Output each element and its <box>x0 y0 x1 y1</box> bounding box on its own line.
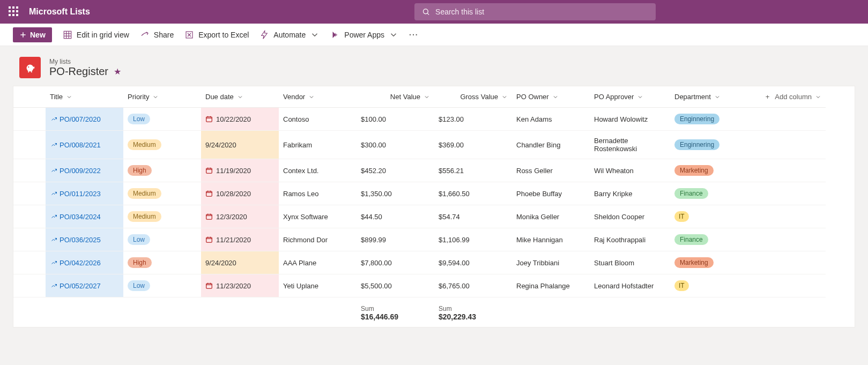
chevron-down-icon <box>424 94 430 100</box>
col-priority[interactable]: Priority <box>123 86 201 108</box>
list-icon <box>19 57 41 78</box>
row-selector[interactable] <box>13 228 46 251</box>
automate-icon <box>259 30 269 40</box>
net-sum: Sum$16,446.69 <box>357 297 434 327</box>
net-cell: $5,500.00 <box>357 274 434 297</box>
row-selector[interactable] <box>13 182 46 205</box>
share-label: Share <box>154 31 174 39</box>
trend-icon <box>51 259 57 266</box>
powerapps-button[interactable]: Power Apps <box>330 30 398 40</box>
net-cell: $44.50 <box>357 205 434 228</box>
dept-cell: Finance <box>670 228 748 251</box>
dept-pill: Marketing <box>674 165 714 176</box>
share-button[interactable]: Share <box>140 30 174 40</box>
calendar-warning-icon <box>205 282 213 289</box>
trend-icon <box>51 213 57 220</box>
table: Title Priority Due date Vendor Net Value… <box>13 86 855 327</box>
col-gross[interactable]: Gross Value <box>434 86 512 108</box>
row-selector[interactable] <box>13 131 46 159</box>
list-header: My lists PO-Register ★ <box>0 46 868 86</box>
dept-pill: IT <box>674 211 689 222</box>
row-selector[interactable] <box>13 205 46 228</box>
priority-pill: High <box>128 165 152 176</box>
due-cell: 12/3/2020 <box>201 205 279 228</box>
title-link[interactable]: PO/008/2021 <box>46 131 123 159</box>
gross-cell: $1,660.50 <box>434 182 512 205</box>
svg-rect-12 <box>28 71 29 72</box>
calendar-warning-icon <box>205 167 213 174</box>
trend-icon <box>51 167 57 174</box>
chevron-down-icon <box>152 94 159 100</box>
vendor-cell: Contoso <box>279 108 357 131</box>
chevron-down-icon <box>714 94 721 100</box>
col-vendor[interactable]: Vendor <box>279 86 357 108</box>
powerapps-label: Power Apps <box>344 31 384 39</box>
row-selector[interactable] <box>13 159 46 182</box>
col-approver[interactable]: PO Approver <box>590 86 670 108</box>
col-title[interactable]: Title <box>46 86 123 108</box>
search-box[interactable] <box>414 3 656 20</box>
gross-sum: Sum$20,229.43 <box>434 297 512 327</box>
dept-pill: Marketing <box>674 257 714 268</box>
row-selector[interactable] <box>13 108 46 131</box>
title-link[interactable]: PO/034/2024 <box>46 205 123 228</box>
priority-cell: High <box>123 251 201 274</box>
title-link[interactable]: PO/042/2026 <box>46 251 123 274</box>
dept-cell: Enginnering <box>670 131 748 159</box>
col-owner[interactable]: PO Owner <box>512 86 590 108</box>
dept-pill: Enginnering <box>674 114 719 124</box>
col-due[interactable]: Due date <box>201 86 279 108</box>
export-button[interactable]: Export to Excel <box>184 30 249 40</box>
new-button[interactable]: New <box>13 27 52 42</box>
empty-cell <box>748 182 826 205</box>
gross-cell: $369.00 <box>434 131 512 159</box>
svg-rect-4 <box>64 31 71 39</box>
col-add[interactable]: +Add column <box>748 86 826 108</box>
plus-icon <box>19 31 27 39</box>
row-selector[interactable] <box>13 274 46 297</box>
due-cell: 10/28/2020 <box>201 182 279 205</box>
empty-cell <box>748 251 826 274</box>
title-link[interactable]: PO/052/2027 <box>46 274 123 297</box>
due-cell: 11/19/2020 <box>201 159 279 182</box>
favorite-star-icon[interactable]: ★ <box>114 66 121 77</box>
trend-icon <box>51 236 57 243</box>
title-link[interactable]: PO/009/2022 <box>46 159 123 182</box>
priority-pill: Medium <box>128 211 161 222</box>
svg-rect-14 <box>206 117 212 122</box>
dept-cell: Enginnering <box>670 108 748 131</box>
chevron-down-icon <box>310 30 320 40</box>
net-cell: $7,800.00 <box>357 251 434 274</box>
chevron-down-icon <box>501 94 508 100</box>
row-selector[interactable] <box>13 251 46 274</box>
waffle-menu-icon[interactable] <box>9 6 19 17</box>
chevron-down-icon <box>389 30 398 40</box>
svg-point-0 <box>424 9 428 14</box>
approver-cell: Sheldon Cooper <box>590 205 670 228</box>
app-title: Microsoft Lists <box>29 7 90 17</box>
dept-pill: Finance <box>674 188 708 199</box>
title-link[interactable]: PO/036/2025 <box>46 228 123 251</box>
col-selector[interactable] <box>13 86 46 108</box>
app-header: Microsoft Lists <box>0 0 868 24</box>
vendor-cell: Fabrikam <box>279 131 357 159</box>
col-dept[interactable]: Department <box>670 86 748 108</box>
dept-pill: Enginnering <box>674 139 719 150</box>
grid-icon <box>63 30 72 40</box>
powerapps-icon <box>330 30 340 40</box>
priority-cell: Low <box>123 228 201 251</box>
net-cell: $899.99 <box>357 228 434 251</box>
trend-icon <box>51 282 57 289</box>
col-net[interactable]: Net Value <box>357 86 434 108</box>
title-link[interactable]: PO/007/2020 <box>46 108 123 131</box>
search-input[interactable] <box>435 8 648 16</box>
grid-view-button[interactable]: Edit in grid view <box>63 30 129 40</box>
breadcrumb[interactable]: My lists <box>49 58 121 65</box>
priority-pill: Medium <box>128 188 161 199</box>
owner-cell: Joey Tribbiani <box>512 251 590 274</box>
more-button[interactable]: ··· <box>409 31 419 39</box>
svg-rect-13 <box>31 71 32 72</box>
automate-button[interactable]: Automate <box>259 30 320 40</box>
title-link[interactable]: PO/011/2023 <box>46 182 123 205</box>
empty-cell <box>748 274 826 297</box>
